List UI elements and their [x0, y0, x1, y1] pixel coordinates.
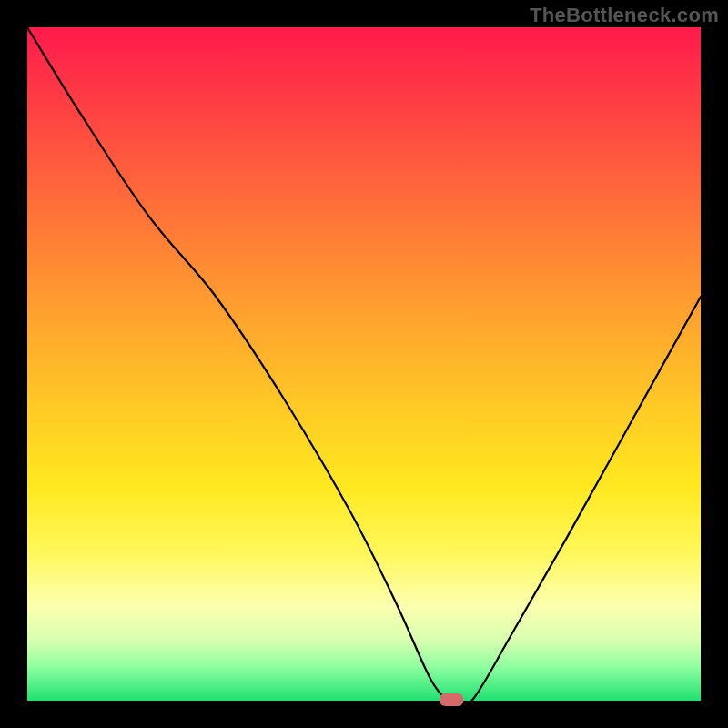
bottleneck-curve	[27, 27, 701, 706]
chart-frame: TheBottleneck.com	[0, 0, 728, 728]
watermark-text: TheBottleneck.com	[530, 4, 719, 27]
optimal-marker	[440, 693, 463, 706]
plot-area	[27, 27, 701, 701]
chart-svg	[27, 27, 701, 701]
